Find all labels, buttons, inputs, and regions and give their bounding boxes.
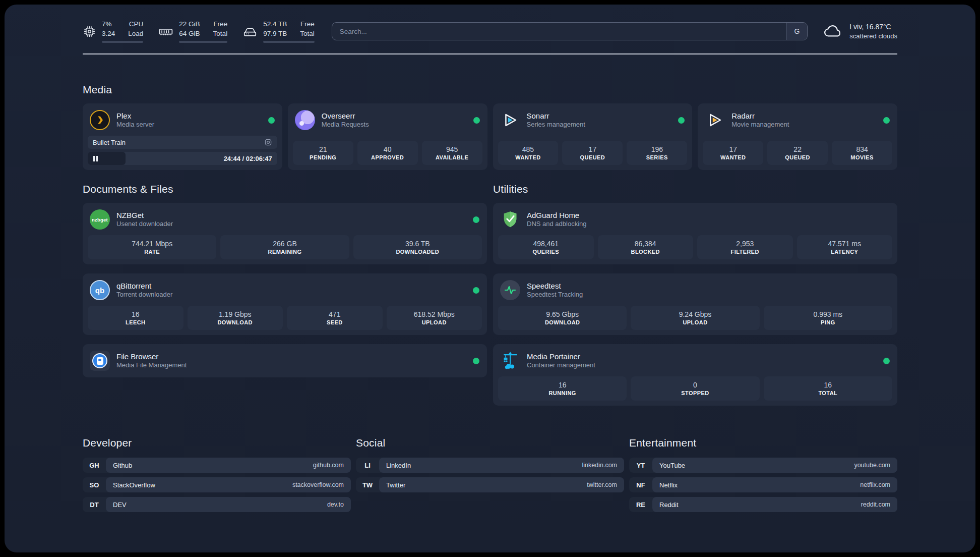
service-stats: 16 LEECH 1.19 Gbps DOWNLOAD 471 SEED <box>88 306 482 330</box>
bookmark-abbr: RE <box>629 497 652 512</box>
bookmark-dev[interactable]: DT DEV dev.to <box>83 497 351 512</box>
service-card-qbittorrent: qb qBittorrent Torrent downloader 16 LEE… <box>83 273 487 335</box>
stat-label: WANTED <box>515 154 540 160</box>
bookmark-name: Github <box>113 462 132 469</box>
disk-total-label: Total <box>300 29 315 38</box>
service-link-adguard[interactable]: AdGuard Home DNS and adblocking <box>498 208 892 235</box>
status-dot-online <box>473 216 479 223</box>
now-playing-time: 24:44 / 02:06:47 <box>224 155 277 162</box>
bookmark-name: LinkedIn <box>386 462 411 469</box>
service-card-filebrowser: File Browser Media File Management <box>83 344 487 377</box>
service-card-speedtest: Speedtest Speedtest Tracking 9.65 Gbps D… <box>493 273 897 335</box>
stat-label: QUEUED <box>580 154 605 160</box>
status-dot-online <box>473 287 479 294</box>
status-dot-online <box>268 117 275 124</box>
stat-value: 47.571 ms <box>828 240 861 248</box>
search-provider-button[interactable]: G <box>786 23 807 40</box>
bookmark-github[interactable]: GH Github github.com <box>83 458 351 473</box>
stat-running: 16 RUNNING <box>498 376 627 401</box>
media-grid: Plex Media server Bullet Train <box>83 103 897 170</box>
bookmark-netflix[interactable]: NF Netflix netflix.com <box>629 477 897 492</box>
stat-value: 498,461 <box>533 240 559 248</box>
service-link-sonarr[interactable]: Sonarr Series management <box>498 108 688 136</box>
bookmark-url: reddit.com <box>861 501 890 508</box>
service-stats: 17 WANTED 22 QUEUED 834 MOVIES <box>703 141 892 165</box>
service-link-filebrowser[interactable]: File Browser Media File Management <box>88 349 482 372</box>
weather-condition: scattered clouds <box>849 32 897 41</box>
bookmark-name: Reddit <box>659 501 679 509</box>
stat-label: AVAILABLE <box>436 154 468 160</box>
service-name: File Browser <box>116 352 187 362</box>
memory-icon <box>158 25 173 38</box>
stat-value: 1.19 Gbps <box>219 310 252 318</box>
service-link-portainer[interactable]: Media Portainer Container management <box>498 349 892 376</box>
cpu-usage-value: 7% <box>102 20 115 29</box>
service-link-nzbget[interactable]: nzbget NZBGet Usenet downloader <box>88 208 482 235</box>
memory-widget: 22 GiB Free 64 GiB Total <box>158 20 227 43</box>
section-title-entertainment: Entertainment <box>629 437 897 449</box>
speedtest-icon <box>500 280 520 300</box>
cloud-icon <box>823 23 843 40</box>
bookmark-abbr: DT <box>83 497 106 512</box>
disk-total-value: 97.9 TB <box>263 29 287 38</box>
service-name: qBittorrent <box>116 282 172 291</box>
radarr-icon <box>705 110 725 130</box>
stat-upload: 618.52 Mbps UPLOAD <box>387 306 482 330</box>
bookmark-name: Netflix <box>659 481 678 489</box>
status-dot-online <box>473 117 480 124</box>
dashboard: 7% CPU 3.24 Load 22 <box>5 5 975 552</box>
bookmark-url: stackoverflow.com <box>292 481 344 488</box>
cpu-widget: 7% CPU 3.24 Load <box>83 20 143 43</box>
stat-value: 618.52 Mbps <box>414 310 455 318</box>
stat-seed: 471 SEED <box>287 306 383 330</box>
stat-label: PING <box>821 319 835 325</box>
qbittorrent-icon: qb <box>90 280 110 300</box>
service-link-radarr[interactable]: Radarr Movie management <box>703 108 892 136</box>
cpu-usage-label: CPU <box>128 20 143 29</box>
service-link-plex[interactable]: Plex Media server <box>88 108 277 136</box>
pause-icon[interactable] <box>93 156 98 161</box>
stat-label: REMAINING <box>268 249 302 255</box>
bookmark-twitter[interactable]: TW Twitter twitter.com <box>356 477 624 492</box>
bookmark-url: github.com <box>313 462 344 469</box>
stat-value: 17 <box>729 145 737 153</box>
bookmark-linkedin[interactable]: LI LinkedIn linkedin.com <box>356 458 624 473</box>
stat-label: QUEUED <box>785 154 810 160</box>
section-title-utilities: Utilities <box>493 183 897 195</box>
service-card-radarr: Radarr Movie management 17 WANTED 22 QUE… <box>698 103 897 170</box>
disk-free-value: 52.4 TB <box>263 20 287 29</box>
service-link-speedtest[interactable]: Speedtest Speedtest Tracking <box>498 278 892 306</box>
stat-label: MOVIES <box>850 154 873 160</box>
service-description: Movie management <box>731 121 789 129</box>
service-description: Container management <box>527 361 595 369</box>
stat-label: LATENCY <box>831 249 858 255</box>
stat-series: 196 SERIES <box>627 141 687 165</box>
bookmark-stackoverflow[interactable]: SO StackOverflow stackoverflow.com <box>83 477 351 492</box>
header-divider <box>83 53 897 54</box>
nzbget-icon: nzbget <box>90 209 110 230</box>
service-description: Media server <box>116 121 154 129</box>
bookmark-reddit[interactable]: RE Reddit reddit.com <box>629 497 897 512</box>
service-description: DNS and adblocking <box>527 220 587 228</box>
stat-value: 17 <box>589 145 597 153</box>
bookmark-url: linkedin.com <box>582 462 617 469</box>
stat-upload: 9.24 Gbps UPLOAD <box>631 306 759 330</box>
stat-remaining: 266 GB REMAINING <box>220 235 349 259</box>
status-dot-online <box>883 358 890 364</box>
service-link-overseerr[interactable]: Overseerr Media Requests <box>293 108 482 136</box>
search-input[interactable] <box>332 23 786 40</box>
bookmark-abbr: SO <box>83 477 106 492</box>
stat-total: 16 TOTAL <box>764 376 892 401</box>
stat-available: 945 AVAILABLE <box>422 141 482 165</box>
service-description: Speedtest Tracking <box>527 291 583 299</box>
stat-value: 86,384 <box>635 240 656 248</box>
bookmark-abbr: LI <box>356 458 379 473</box>
service-link-qbittorrent[interactable]: qb qBittorrent Torrent downloader <box>88 278 482 306</box>
bookmark-youtube[interactable]: YT YouTube youtube.com <box>629 458 897 473</box>
stat-download: 1.19 Gbps DOWNLOAD <box>188 306 283 330</box>
stat-label: WANTED <box>720 154 746 160</box>
service-stats: 9.65 Gbps DOWNLOAD 9.24 Gbps UPLOAD 0.99… <box>498 306 892 330</box>
stat-value: 471 <box>329 310 340 318</box>
top-bar: 7% CPU 3.24 Load 22 <box>83 20 897 43</box>
stat-label: DOWNLOAD <box>217 319 253 325</box>
